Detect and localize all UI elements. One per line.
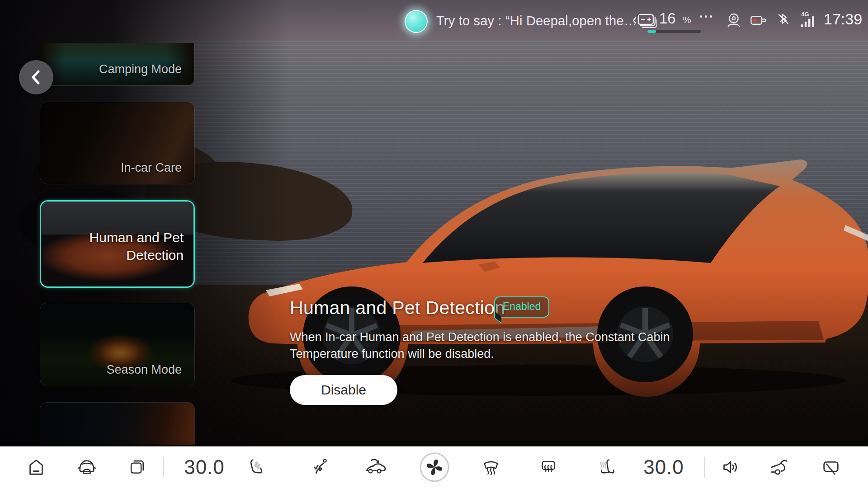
sidebar-card-camping-mode[interactable]: Camping Mode: [40, 43, 195, 86]
sidebar-card-season-mode[interactable]: Season Mode: [40, 303, 195, 386]
sidebar-card-partial[interactable]: [40, 402, 195, 445]
dock-divider: [163, 457, 164, 478]
infotainment-screen: Try to say : “Hi Deepal,open the… 16 % 4…: [0, 0, 868, 488]
airflow-direction-button[interactable]: [310, 457, 330, 478]
car-controls-button[interactable]: [76, 457, 97, 478]
more-ellipsis-icon[interactable]: [700, 15, 718, 18]
airflow-direction-icon: [310, 457, 330, 478]
volume-icon: [720, 457, 741, 478]
air-recirculation-icon: [364, 457, 387, 478]
screen-off-icon: [821, 457, 841, 478]
status-badge: Enabled: [494, 296, 549, 318]
signal-4g-icon: [800, 14, 816, 28]
card-label: In-car Care: [121, 161, 182, 175]
battery-icon: [632, 12, 657, 30]
trunk-open-button[interactable]: [769, 457, 791, 478]
recent-apps-icon: [127, 457, 147, 477]
page-title: Human and Pet Detection: [290, 297, 505, 319]
battery-progress-fill: [647, 30, 656, 33]
battery-percent: 16: [659, 10, 676, 27]
home-icon: [26, 457, 47, 478]
battery-progress-bar: [647, 30, 701, 33]
air-recirculation-button[interactable]: [364, 457, 387, 478]
bottom-dock: 30.0: [0, 446, 868, 488]
description-line-1: When In-car Human and Pet Detection is e…: [290, 329, 670, 346]
screen-off-button[interactable]: [821, 457, 841, 478]
voice-hint-text: Try to say : “Hi Deepal,open the…: [436, 14, 637, 28]
back-button[interactable]: [19, 60, 53, 94]
windshield-defrost-button[interactable]: [481, 457, 501, 478]
disable-button[interactable]: Disable: [290, 375, 397, 405]
seat-ventilation-icon: [245, 457, 266, 478]
sidebar-card-incar-care[interactable]: In-car Care: [40, 102, 195, 184]
recent-apps-button[interactable]: [127, 457, 147, 477]
card-label: Human and Pet Detection: [89, 229, 184, 264]
trunk-open-icon: [769, 457, 791, 478]
passenger-temperature[interactable]: 30.0: [643, 456, 684, 479]
seat-ventilation-button[interactable]: [245, 457, 266, 478]
volume-button[interactable]: [720, 457, 741, 478]
card-label: Camping Mode: [99, 62, 182, 76]
windshield-defrost-icon: [481, 457, 501, 478]
fan-icon: [419, 451, 450, 483]
car-front-icon: [76, 457, 97, 478]
voice-assistant-orb[interactable]: [405, 10, 428, 33]
back-chevron-icon: [28, 69, 44, 86]
home-button[interactable]: [26, 457, 47, 478]
fan-speed-button[interactable]: [419, 451, 450, 483]
clock: 17:39: [824, 10, 862, 28]
description: When In-car Human and Pet Detection is e…: [290, 329, 670, 362]
card-label: Season Mode: [106, 363, 182, 377]
battery-percent-sign: %: [683, 14, 691, 25]
seat-heating-button[interactable]: [596, 457, 617, 478]
dock-divider: [704, 457, 705, 478]
recording-camera-icon[interactable]: [749, 11, 769, 30]
rear-defrost-button[interactable]: [538, 457, 559, 478]
description-line-2: Temperature function will be disabled.: [290, 346, 670, 362]
seat-heating-icon: [596, 457, 617, 478]
battery-status: 16 %: [632, 9, 704, 34]
webcam-icon[interactable]: [724, 11, 743, 30]
bluetooth-off-icon[interactable]: [775, 11, 793, 30]
driver-temperature[interactable]: 30.0: [184, 456, 225, 479]
sidebar-card-human-pet-detection-selected[interactable]: Human and Pet Detection: [40, 200, 195, 288]
rear-defrost-icon: [538, 457, 559, 478]
